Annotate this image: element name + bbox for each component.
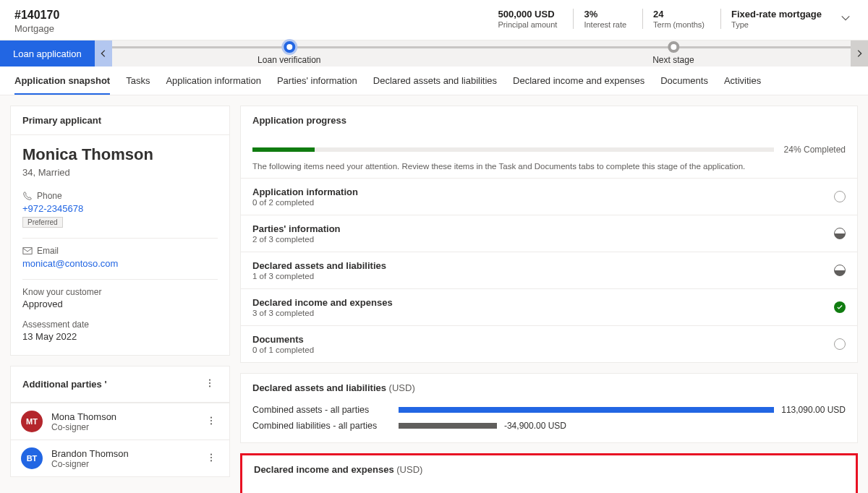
record-type: Mortgage [14,23,59,34]
party-name: Mona Thomson [51,411,116,422]
phone-row: Phone +972-2345678 Preferred [22,191,218,228]
net-balance-row: Combined monthly net balance - all parti… [242,484,856,493]
income-card-highlighted: Declared income and expenses (USD) Combi… [240,453,858,493]
progress-item-sub: 3 of 3 completed [252,309,393,317]
stage-line [112,46,851,48]
content: Primary applicant Monica Thomson 34, Mar… [0,95,868,493]
status-partial-icon [834,265,846,276]
stage-prev-button[interactable] [95,40,112,67]
divider [22,279,218,280]
party-row[interactable]: BT Brandon Thomson Co-signer [11,440,229,476]
progress-item-text: Documents0 of 1 completed [252,334,314,354]
stage-node-verification[interactable]: Loan verification [258,41,320,65]
parties-more-button[interactable] [202,375,218,393]
svg-rect-0 [23,248,32,254]
additional-parties-card: Additional parties ' MT Mona Thomson Co-… [10,366,230,477]
progress-bar-row: 24% Completed [252,145,846,155]
party-info: Brandon Thomson Co-signer [51,448,129,469]
tab-bar: Application snapshot Tasks Application i… [0,67,868,95]
progress-item[interactable]: Declared assets and liabilities1 of 3 co… [241,252,857,288]
tab-tasks[interactable]: Tasks [126,67,150,95]
progress-item-text: Application information0 of 2 completed [252,187,358,207]
party-role: Co-signer [51,422,116,432]
progress-item[interactable]: Declared income and expenses3 of 3 compl… [241,288,857,325]
progress-fill [252,147,315,152]
avatar: BT [21,447,43,469]
progress-item-text: Declared assets and liabilities1 of 3 co… [252,260,386,280]
card-title: Primary applicant [11,106,229,135]
assets-card: Declared assets and liabilities (USD) Co… [240,373,858,443]
tab-assets[interactable]: Declared assets and liabilities [373,67,497,95]
bar-track: -34,900.00 USD [399,421,846,431]
applicant-name: Monica Thomson [22,145,218,164]
stage-current[interactable]: Loan application [0,40,95,67]
progress-wrap: 24% Completed The following items need y… [241,134,857,171]
stage-next-button[interactable] [851,40,868,67]
stage-node-next[interactable]: Next stage [652,41,694,65]
progress-item[interactable]: Application information0 of 2 completed [241,178,857,215]
avatar: MT [21,411,43,432]
progress-item-title: Declared assets and liabilities [252,260,386,271]
header-metrics: 500,000 USD Principal amount 3% Interest… [498,9,854,34]
metric-interest: 3% Interest rate [573,9,626,29]
progress-item[interactable]: Parties' information2 of 3 completed [241,215,857,252]
section-header: Declared income and expenses (USD) [242,455,856,484]
metric-type: Fixed-rate mortgage Type [720,9,822,29]
email-link[interactable]: monicat@contoso.com [22,258,218,269]
tab-parties[interactable]: Parties' information [277,67,357,95]
progress-items: Application information0 of 2 completedP… [241,178,857,362]
email-label: Email [37,246,59,256]
assessment-value: 13 May 2022 [22,331,218,342]
header-expand-button[interactable] [838,9,854,30]
kyc-label: Know your customer [22,287,218,297]
party-role: Co-signer [51,459,129,469]
bar-fill [399,423,497,429]
more-vertical-icon [206,416,216,426]
bar-fill [399,407,774,413]
metric-term: 24 Term (months) [642,9,705,29]
phone-label: Phone [37,191,62,201]
right-column: Application progress 24% Completed The f… [240,106,858,493]
progress-item-sub: 2 of 3 completed [252,235,341,244]
card-title: Application progress [241,106,857,134]
metric-label: Interest rate [584,20,626,29]
party-row[interactable]: MT Mona Thomson Co-signer [11,403,229,440]
card-title: Additional parties ' [11,366,229,403]
bar-label: Combined assets - all parties [252,405,390,415]
income-title: Declared income and expenses [254,464,394,475]
svg-point-1 [209,380,210,381]
bar-track: 113,090.00 USD [399,405,846,415]
metric-value: 3% [584,9,626,20]
stage-dot-active-icon [284,41,295,53]
party-more-button[interactable] [203,413,219,431]
bar-row-assets: Combined assets - all parties 113,090.00… [241,402,857,418]
stage-track: Loan verification Next stage [112,40,851,67]
applicant-sub: 34, Married [22,167,218,178]
status-done-icon [834,301,846,313]
bar-label: Combined liabilities - all parties [252,421,390,431]
metric-value: 500,000 USD [498,9,557,20]
svg-point-3 [209,385,210,387]
progress-card: Application progress 24% Completed The f… [240,106,858,363]
phone-link[interactable]: +972-2345678 [22,203,218,214]
tab-documents[interactable]: Documents [660,67,708,95]
metric-value: Fixed-rate mortgage [731,9,822,20]
metric-value: 24 [653,9,705,20]
metric-label: Principal amount [498,20,557,29]
record-id: #140170 [14,9,59,22]
tab-app-info[interactable]: Application information [166,67,261,95]
header-left: #140170 Mortgage [14,9,59,34]
kyc-value: Approved [22,299,218,309]
tab-income[interactable]: Declared income and expenses [513,67,644,95]
party-more-button[interactable] [203,450,219,468]
svg-point-8 [210,456,212,458]
progress-bar [252,147,774,152]
svg-point-2 [209,382,210,384]
phone-label-row: Phone [22,191,218,201]
progress-item[interactable]: Documents0 of 1 completed [241,325,857,362]
tab-snapshot[interactable]: Application snapshot [14,67,110,95]
stage-dot-future-icon [668,41,679,53]
tab-activities[interactable]: Activities [724,67,761,95]
preferred-tag: Preferred [22,217,63,228]
divider [22,238,218,239]
